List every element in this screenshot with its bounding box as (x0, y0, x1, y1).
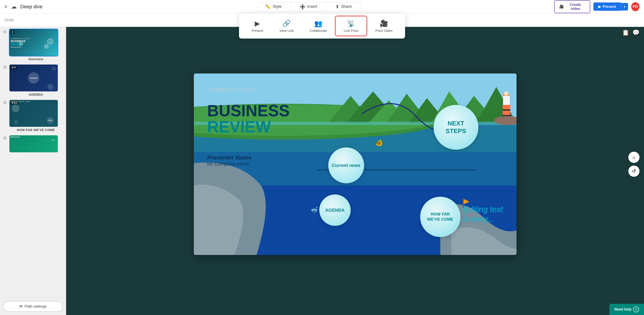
company-logo: COMPANY LOGO (210, 87, 255, 93)
cloud-icon: ☁ (11, 3, 17, 10)
slide-thumb-bg: 4-11 HOW FAR WE'VE COME Progress (10, 100, 58, 127)
current-news-label: Current news (332, 163, 360, 168)
slide-thumb-bg: NEW GOALS 12-20 (10, 135, 58, 153)
how-far-circle[interactable]: HOW FARWE'VE COME (420, 197, 460, 237)
notes-icon[interactable]: 📋 (622, 29, 629, 36)
share-option-viewlink[interactable]: 🔗 View Link (271, 16, 302, 36)
create-video-button[interactable]: 🎥 Create video (554, 0, 590, 13)
slide-dot (3, 66, 7, 69)
share-dropdown: ▶ Present 🔗 View Link 👥 Collaborate 📡 Li… (239, 14, 405, 38)
need-help-label: Need help (614, 308, 632, 312)
path-settings-icon: ⇌ (19, 304, 22, 309)
insert-button[interactable]: ➕ Insert (291, 2, 326, 12)
business-review-line1: BUSINESS (207, 102, 290, 119)
hamburger-icon[interactable]: ≡ (4, 4, 8, 10)
play-icon: ▶ (598, 4, 601, 9)
svg-rect-16 (502, 105, 510, 109)
style-label: Style (273, 4, 282, 9)
present-button-group: ▶ Present ▾ (593, 2, 628, 11)
prezivideo-icon: 🎥 (380, 20, 388, 27)
list-item[interactable]: 4-11 HOW FAR WE'VE COME Progress HOW FAR… (3, 100, 63, 132)
top-bar: ≡ ☁ Deep dive ✏️ Style ➕ Insert ⬆ Share … (0, 0, 644, 14)
editing-text: Editing textis easy... (463, 205, 503, 224)
home-icon: ⌂ (632, 154, 635, 160)
slide-thumb-bg: 2-3 AGENDA (10, 64, 58, 92)
current-news-circle[interactable]: Current news (328, 148, 364, 183)
style-icon: ✏️ (265, 4, 271, 10)
video-camera-icon: 🎥 (559, 4, 564, 9)
path-settings-button[interactable]: ⇌ Path settings (3, 301, 63, 312)
avatar: PO (631, 2, 640, 11)
slide-dot-area (3, 100, 7, 104)
slide-thumb-2[interactable]: 2-3 AGENDA (9, 64, 58, 92)
share-option-present[interactable]: ▶ Present (244, 16, 271, 36)
slide-list: 1 COMPANY LOGO BUSINESS REVIEW Presenter… (0, 29, 66, 298)
slide-dot-area (3, 64, 7, 69)
path-settings-label: Path settings (25, 304, 46, 309)
slide-label: AGENDA (9, 93, 63, 96)
liveprezi-icon: 📡 (347, 20, 355, 27)
canvas-frame[interactable]: 🐠 🤿 COMPANY LOGO BUSINESS REVIEW Present… (194, 74, 516, 255)
share-option-prezivideo[interactable]: 🎥 Prezi Video (367, 16, 400, 36)
help-circle-icon: ? (633, 306, 639, 312)
slide-background: 🐠 🤿 COMPANY LOGO BUSINESS REVIEW Present… (194, 74, 516, 255)
list-item[interactable]: NEW GOALS 12-20 (3, 135, 63, 153)
presenter-info: Presenter Name for Company name (207, 154, 252, 167)
slide-num-badge: 1 (10, 30, 14, 34)
canvas-back-button[interactable]: ↺ (628, 166, 640, 177)
viewlink-icon: 🔗 (282, 20, 291, 27)
slide-thumb-3[interactable]: 4-11 HOW FAR WE'VE COME Progress (9, 100, 58, 127)
create-video-label: Create video (566, 3, 585, 11)
slide-dot-area (3, 135, 7, 140)
present-button[interactable]: ▶ Present (593, 2, 621, 11)
slide-dot (3, 136, 7, 140)
viewlink-label: View Link (279, 29, 294, 32)
sidebar: + Topic ▾ ⌂ 1 COMPANY LOGO BUSINESS (0, 14, 66, 315)
app-title: Deep dive (20, 4, 42, 10)
svg-text:🐠: 🐠 (375, 139, 383, 147)
present-dropdown-button[interactable]: ▾ (621, 3, 628, 10)
svg-text:🤿: 🤿 (310, 206, 318, 214)
agenda-circle[interactable]: AGENDA (319, 194, 351, 226)
slide-label: Overview (9, 57, 63, 61)
top-bar-left: ≡ ☁ Deep dive (0, 3, 67, 10)
business-review-line2: REVIEW (207, 119, 290, 135)
canvas-home-button[interactable]: ⌂ (628, 152, 640, 163)
need-help-button[interactable]: Need help ? (610, 304, 644, 315)
share-option-liveprezi[interactable]: 📡 Live Prezi (335, 16, 367, 36)
present-label: Present (603, 5, 616, 9)
next-steps-label: NEXTSTEPS (446, 120, 466, 135)
agenda-label: AGENDA (325, 208, 345, 213)
svg-rect-18 (502, 111, 510, 115)
slide-thumb-4[interactable]: NEW GOALS 12-20 (9, 135, 58, 153)
share-icon: ⬆ (336, 4, 339, 10)
slide-thumb-bg: 1 COMPANY LOGO BUSINESS REVIEW Presenter… (10, 29, 58, 56)
collaborate-icon: 👥 (314, 20, 322, 27)
svg-rect-17 (502, 109, 510, 111)
next-steps-circle[interactable]: NEXTSTEPS (434, 105, 478, 150)
comment-icon[interactable]: 💬 (632, 29, 640, 36)
present-dropdown-icon: ▶ (255, 20, 260, 27)
list-item[interactable]: 1 COMPANY LOGO BUSINESS REVIEW Presenter… (3, 29, 63, 61)
undo-button[interactable]: Undo (4, 18, 14, 22)
list-item[interactable]: 2-3 AGENDA AGENDA (3, 64, 63, 96)
share-label: Share (341, 4, 352, 9)
right-panel: ⌂ ↺ (628, 152, 640, 177)
slide-dot-area (3, 29, 7, 34)
insert-icon: ➕ (300, 4, 306, 10)
top-bar-right: 🎥 Create video ▶ Present ▾ PO (550, 0, 644, 13)
present-dropdown-label: Present (252, 29, 263, 32)
slide-thumb-wrap: 1 COMPANY LOGO BUSINESS REVIEW Presenter… (9, 29, 63, 61)
business-review: BUSINESS REVIEW (207, 102, 290, 135)
slide-thumb-1[interactable]: 1 COMPANY LOGO BUSINESS REVIEW Presenter… (9, 29, 58, 56)
topright-canvas-icons: 📋 💬 (622, 29, 640, 36)
slide-thumb-wrap: 2-3 AGENDA AGENDA (9, 64, 63, 96)
presenter-company: for Company name (207, 161, 252, 167)
style-button[interactable]: ✏️ Style (256, 2, 291, 12)
slide-label: HOW FAR WE'VE COME (9, 128, 63, 132)
share-option-collaborate[interactable]: 👥 Collaborate (302, 16, 335, 36)
collaborate-label: Collaborate (310, 29, 327, 32)
slide-thumb-wrap: 4-11 HOW FAR WE'VE COME Progress HOW FAR… (9, 100, 63, 132)
back-icon: ↺ (632, 168, 636, 174)
share-button[interactable]: ⬆ Share (326, 2, 361, 12)
